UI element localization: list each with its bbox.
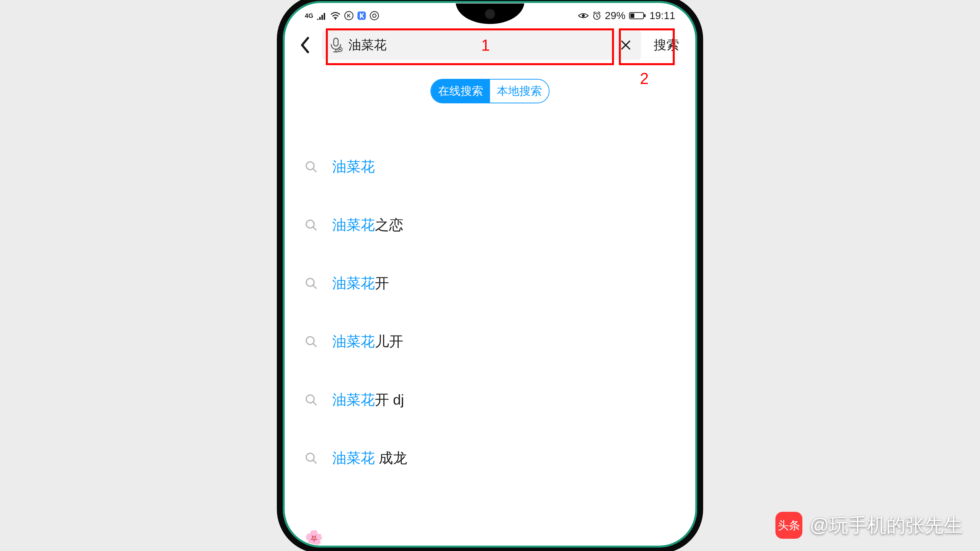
- wifi-icon: [330, 11, 341, 20]
- nav-row: 搜索 1 2: [285, 28, 695, 64]
- tab-local-search[interactable]: 本地搜索: [490, 79, 549, 103]
- suggestion-text: 油菜花开: [332, 274, 389, 293]
- back-button[interactable]: [294, 32, 316, 59]
- suggestion-item[interactable]: 油菜花 成龙: [305, 429, 675, 487]
- eye-icon: [578, 12, 589, 19]
- svg-point-5: [373, 14, 376, 17]
- suggestion-item[interactable]: 油菜花开 dj: [305, 371, 675, 429]
- suggestion-text: 油菜花开 dj: [332, 391, 404, 410]
- suggestion-text: 油菜花之恋: [332, 216, 403, 235]
- watermark: 头条 @玩手机的张先生: [775, 512, 963, 539]
- battery-icon: [629, 11, 646, 20]
- svg-rect-10: [644, 14, 646, 17]
- voice-icon[interactable]: [329, 37, 342, 53]
- svg-rect-9: [630, 13, 634, 18]
- suggestion-text: 油菜花 成龙: [332, 449, 407, 468]
- side-button: [701, 192, 703, 229]
- suggestion-item[interactable]: 油菜花: [305, 138, 675, 196]
- svg-point-4: [370, 11, 379, 20]
- side-button: [701, 339, 703, 398]
- side-button: [701, 412, 703, 471]
- clear-button[interactable]: [618, 37, 633, 53]
- phone-frame: 4G K: [277, 0, 703, 551]
- network-4g-label: 4G: [305, 12, 313, 20]
- status-k-icon: K: [344, 11, 353, 20]
- watermark-handle: @玩手机的张先生: [810, 513, 963, 538]
- suggestion-text: 油菜花: [332, 157, 375, 176]
- search-icon: [305, 219, 318, 232]
- clock-time: 19:11: [649, 10, 675, 22]
- svg-text:K: K: [347, 13, 351, 18]
- suggestion-item[interactable]: 油菜花儿开: [305, 313, 675, 371]
- close-icon: [620, 40, 631, 51]
- suggestion-text: 油菜花儿开: [332, 332, 403, 351]
- status-app-icon: [357, 11, 366, 20]
- svg-point-6: [582, 14, 585, 17]
- suggestion-item[interactable]: 油菜花开: [305, 254, 675, 313]
- status-sync-icon: [370, 11, 379, 20]
- side-button: [701, 265, 703, 324]
- search-input[interactable]: [348, 38, 612, 52]
- signal-icon: [317, 11, 326, 20]
- search-icon: [305, 160, 318, 173]
- svg-point-0: [335, 18, 336, 20]
- svg-rect-11: [334, 38, 338, 46]
- alarm-icon: [592, 11, 601, 20]
- tab-online-search[interactable]: 在线搜索: [431, 79, 490, 103]
- watermark-badge: 头条: [775, 512, 802, 539]
- battery-percent: 29%: [605, 10, 625, 22]
- search-box[interactable]: [322, 30, 641, 60]
- search-icon: [305, 277, 318, 290]
- suggestion-item[interactable]: 油菜花之恋: [305, 196, 675, 254]
- search-icon: [305, 452, 318, 465]
- suggestion-list: 油菜花 油菜花之恋 油菜花开 油菜花儿开 油菜花开 dj 油菜花 成龙: [285, 113, 695, 487]
- chevron-left-icon: [300, 37, 310, 54]
- search-icon: [305, 394, 318, 406]
- flower-icon: 🌸: [305, 529, 323, 545]
- search-icon: [305, 335, 318, 348]
- search-button[interactable]: 搜索: [647, 30, 686, 60]
- search-mode-tabs: 在线搜索 本地搜索: [285, 64, 695, 113]
